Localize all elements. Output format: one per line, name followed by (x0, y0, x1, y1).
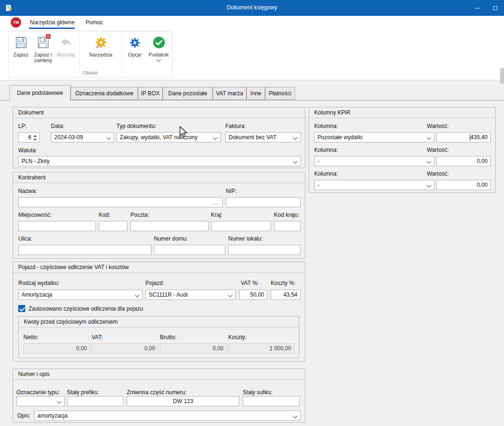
numer-domu-input[interactable] (154, 245, 225, 255)
staly-sufiks-label: Stały sufiks: (243, 389, 273, 396)
netto-input[interactable]: 0,00 (23, 343, 90, 354)
groupbox-numer-i-opis: Numer i opis Oznaczenie typu: Stały pref… (13, 369, 305, 423)
brutto-input[interactable]: 0,00 (160, 343, 227, 354)
save-and-close-button[interactable]: × Zapisz i zamknij (31, 33, 54, 63)
tab-inne[interactable]: Inne (246, 87, 265, 100)
tab-ip-box[interactable]: IP BOX (138, 87, 163, 100)
wartosc-input-1[interactable]: 435,40 (436, 132, 491, 142)
minimize-icon (475, 8, 480, 8)
chevron-down-icon (427, 135, 432, 140)
maximize-icon (493, 6, 497, 10)
koszty-procent-label: Koszty %: (271, 280, 295, 286)
netto-value: 0,00 (76, 345, 87, 352)
typ-label: Typ dokumentu: (116, 123, 156, 129)
menu-bar: TM Narzędzia główne Pomoc (0, 16, 504, 29)
minimize-button[interactable] (468, 0, 486, 16)
tab-oznaczenia-dodatkowe[interactable]: Oznaczenia dodatkowe (71, 87, 138, 100)
save-close-icon: × (36, 34, 50, 51)
miejscowosc-input[interactable] (18, 221, 96, 231)
groupbox-kwoty: Kwoty przed częściowym odliczeniem Netto… (18, 316, 299, 358)
data-label: Data: (51, 123, 65, 129)
brutto-value: 0,00 (213, 345, 223, 352)
wartosc-value-2: 0,00 (477, 158, 488, 164)
numer-lokalu-input[interactable] (228, 245, 301, 255)
options-button[interactable]: Opcje (124, 33, 145, 57)
spin-up-icon[interactable] (32, 134, 38, 137)
faktura-combo[interactable]: Dokument bez VAT (225, 132, 301, 142)
title-bar: Dokument księgowy (0, 0, 504, 16)
close-badge-icon: × (45, 34, 51, 39)
numer-lokalu-label: Numer lokalu: (228, 235, 263, 242)
data-combo[interactable]: 2024-03-09 (51, 132, 114, 142)
maximize-button[interactable] (486, 0, 504, 16)
ribbon-group-caption: Obiekt (8, 70, 172, 76)
ulica-input[interactable] (18, 245, 151, 255)
spin-down-icon[interactable] (32, 137, 38, 141)
rodzaj-wydatku-combo[interactable]: Amortyzacja (18, 290, 143, 300)
undo-button-label: Wycofaj (57, 52, 75, 57)
zmienna-czesc-value: DW 123 (173, 398, 193, 405)
groupbox-pojazd-title: Pojazd - częściowe odliczenie VAT i kosz… (13, 262, 305, 273)
tab-dane-podstawowe[interactable]: Dane podstawowe (9, 85, 71, 100)
wartosc-label-1: Wartość: (427, 123, 449, 129)
taxpayer-button[interactable]: Podatnik (145, 33, 172, 61)
lp-spinner[interactable]: 6 (18, 132, 40, 142)
kolumna-combo-3[interactable]: - (314, 180, 434, 190)
tab-dane-pozostale[interactable]: Dane pozostałe (163, 87, 213, 100)
nazwa-label: Nazwa: (18, 188, 37, 194)
kraj-input[interactable] (211, 221, 271, 231)
kolumna-combo-1[interactable]: Pozostałe wydatki (314, 132, 434, 142)
vat-procent-input[interactable]: 50,00 (239, 290, 267, 300)
ribbon-group-obiekt: Zapisz × Zapisz i zamknij (8, 31, 173, 78)
tab-platnosci[interactable]: Płatności (265, 87, 295, 100)
wartosc-input-3[interactable]: 0,00 (436, 180, 491, 190)
menu-item-pomoc[interactable]: Pomoc (86, 19, 103, 26)
groupbox-kwoty-title: Kwoty przed częściowym odliczeniem (19, 317, 299, 327)
scrollbar-thumb[interactable] (500, 68, 504, 84)
opis-combo[interactable]: amortyzacja (34, 411, 301, 421)
chevron-down-icon (213, 135, 218, 140)
kod-input[interactable] (99, 221, 128, 231)
undo-button[interactable]: Wycofaj (54, 33, 77, 57)
kolumna-combo-2[interactable]: - (314, 156, 434, 166)
spinner-buttons[interactable] (32, 134, 38, 141)
typ-dokumentu-combo[interactable]: Zakupy, wydatki, VAT naliczony (116, 132, 221, 142)
czesciowe-odliczenie-label: Zastosowano częściowe odliczenia dla poj… (29, 305, 143, 312)
koszty-procent-input[interactable]: 43,54 (271, 290, 301, 300)
tab-vat-marza[interactable]: VAT marża (213, 87, 246, 100)
chevron-down-icon (293, 414, 298, 419)
nazwa-input[interactable]: ... (18, 197, 223, 207)
ribbon-separator (122, 34, 122, 73)
vat-input[interactable]: 0,00 (92, 343, 158, 354)
kolumna-label-3: Kolumna: (314, 170, 338, 177)
staly-sufiks-input[interactable] (243, 396, 300, 406)
ribbon-separator (79, 34, 80, 73)
menu-item-narzedzia-glowne[interactable]: Narzędzia główne (30, 19, 74, 26)
groupbox-dokument: Dokument LP: Data: Typ dokumentu: Faktur… (13, 107, 305, 168)
zmienna-czesc-input[interactable]: DW 123 (127, 396, 239, 406)
rodzaj-wydatku-value: Amortyzacja (22, 291, 52, 298)
groupbox-kpir-title: Kolumny KPiR (309, 107, 495, 118)
staly-prefiks-input[interactable] (67, 396, 123, 406)
poczta-input[interactable] (130, 221, 209, 231)
app-logo[interactable]: TM (11, 17, 21, 28)
staly-prefiks-label: Stały prefiks: (67, 389, 99, 396)
window-title: Dokument księgowy (0, 4, 504, 11)
nip-input[interactable] (226, 197, 301, 207)
waluta-combo[interactable]: PLN - Złoty (18, 156, 301, 166)
koszty-value: 1 000,00 (269, 345, 291, 352)
tools-button[interactable]: Narzędzia (82, 33, 119, 57)
ellipsis-button[interactable]: ... (212, 199, 218, 206)
czesciowe-odliczenie-checkbox[interactable]: Zastosowano częściowe odliczenia dla poj… (18, 305, 143, 312)
kolumna-label-1: Kolumna: (314, 123, 338, 129)
wartosc-input-2[interactable]: 0,00 (436, 156, 491, 166)
oznaczenie-typu-combo[interactable] (16, 396, 65, 406)
kod-kraju-input[interactable] (274, 221, 301, 231)
save-button[interactable]: Zapisz (10, 33, 31, 57)
pojazd-value: SC1111R - Audi (149, 291, 187, 298)
gear-icon (129, 34, 141, 51)
save-icon (14, 34, 28, 51)
koszty-input[interactable]: 1 000,00 (228, 343, 295, 354)
groupbox-kontrahent: Kontrahent Nazwa: NIP: ... Miejscowość: … (13, 172, 305, 259)
pojazd-combo[interactable]: SC1111R - Audi (145, 290, 236, 300)
